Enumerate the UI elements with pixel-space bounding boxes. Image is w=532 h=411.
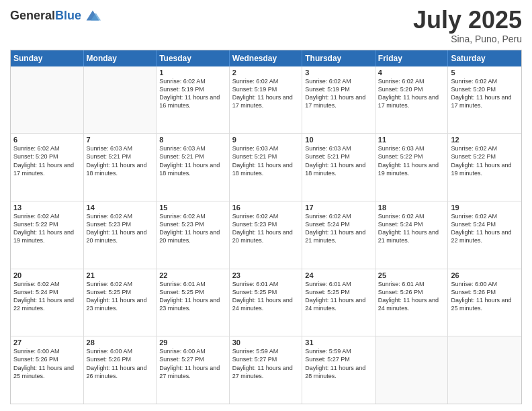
day-number: 18 xyxy=(378,203,445,212)
calendar-cell: 11Sunrise: 6:03 AM Sunset: 5:22 PM Dayli… xyxy=(375,134,449,201)
calendar-cell: 7Sunrise: 6:03 AM Sunset: 5:21 PM Daylig… xyxy=(84,134,157,201)
day-number: 7 xyxy=(87,136,154,144)
cell-info: Sunrise: 6:02 AM Sunset: 5:24 PM Dayligh… xyxy=(13,280,81,313)
calendar-cell: 6Sunrise: 6:02 AM Sunset: 5:20 PM Daylig… xyxy=(11,134,84,201)
calendar-cell: 22Sunrise: 6:01 AM Sunset: 5:25 PM Dayli… xyxy=(157,269,230,336)
day-number: 30 xyxy=(232,338,300,347)
day-number: 13 xyxy=(13,203,81,212)
calendar-week-row: 20Sunrise: 6:02 AM Sunset: 5:24 PM Dayli… xyxy=(11,269,521,336)
cell-info: Sunrise: 6:03 AM Sunset: 5:22 PM Dayligh… xyxy=(378,144,445,177)
calendar-header: SundayMondayTuesdayWednesdayThursdayFrid… xyxy=(11,50,521,66)
day-number: 16 xyxy=(232,203,300,212)
day-number: 21 xyxy=(87,271,154,279)
day-number: 8 xyxy=(159,136,226,144)
calendar-cell: 23Sunrise: 6:01 AM Sunset: 5:25 PM Dayli… xyxy=(230,269,303,336)
cal-header-day: Saturday xyxy=(448,50,521,66)
cell-info: Sunrise: 6:01 AM Sunset: 5:25 PM Dayligh… xyxy=(159,280,226,313)
day-number: 1 xyxy=(159,68,226,77)
calendar-cell: 13Sunrise: 6:02 AM Sunset: 5:22 PM Dayli… xyxy=(11,201,84,269)
calendar-cell: 21Sunrise: 6:02 AM Sunset: 5:25 PM Dayli… xyxy=(84,269,157,336)
header: GeneralBlue July 2025 Sina, Puno, Peru xyxy=(10,7,522,44)
day-number: 11 xyxy=(378,136,445,144)
calendar-cell: 4Sunrise: 6:02 AM Sunset: 5:20 PM Daylig… xyxy=(375,66,449,134)
calendar-body: 1Sunrise: 6:02 AM Sunset: 5:19 PM Daylig… xyxy=(11,66,521,404)
cell-info: Sunrise: 5:59 AM Sunset: 5:27 PM Dayligh… xyxy=(305,347,372,380)
calendar-cell xyxy=(11,66,84,134)
cal-header-day: Friday xyxy=(375,50,449,66)
logo-text: GeneralBlue xyxy=(10,9,81,23)
day-number: 12 xyxy=(451,136,519,144)
cell-info: Sunrise: 6:00 AM Sunset: 5:27 PM Dayligh… xyxy=(159,347,226,380)
calendar-cell: 28Sunrise: 6:00 AM Sunset: 5:26 PM Dayli… xyxy=(84,336,157,404)
cell-info: Sunrise: 6:03 AM Sunset: 5:21 PM Dayligh… xyxy=(232,144,300,177)
day-number: 9 xyxy=(232,136,300,144)
day-number: 15 xyxy=(159,203,226,212)
calendar-week-row: 13Sunrise: 6:02 AM Sunset: 5:22 PM Dayli… xyxy=(11,201,521,269)
day-number: 2 xyxy=(232,68,300,77)
cell-info: Sunrise: 5:59 AM Sunset: 5:27 PM Dayligh… xyxy=(232,347,300,380)
calendar-cell: 31Sunrise: 5:59 AM Sunset: 5:27 PM Dayli… xyxy=(302,336,375,404)
cal-header-day: Thursday xyxy=(302,50,375,66)
cell-info: Sunrise: 6:01 AM Sunset: 5:26 PM Dayligh… xyxy=(378,280,445,313)
calendar-week-row: 27Sunrise: 6:00 AM Sunset: 5:26 PM Dayli… xyxy=(11,336,521,404)
calendar-cell: 2Sunrise: 6:02 AM Sunset: 5:19 PM Daylig… xyxy=(230,66,303,134)
day-number: 3 xyxy=(305,68,372,77)
day-number: 6 xyxy=(13,136,81,144)
calendar-cell: 18Sunrise: 6:02 AM Sunset: 5:24 PM Dayli… xyxy=(375,201,449,269)
cell-info: Sunrise: 6:02 AM Sunset: 5:24 PM Dayligh… xyxy=(378,212,445,245)
calendar-cell: 9Sunrise: 6:03 AM Sunset: 5:21 PM Daylig… xyxy=(230,134,303,201)
calendar-cell: 25Sunrise: 6:01 AM Sunset: 5:26 PM Dayli… xyxy=(375,269,449,336)
day-number: 25 xyxy=(378,271,445,279)
cell-info: Sunrise: 6:02 AM Sunset: 5:20 PM Dayligh… xyxy=(13,144,81,177)
day-number: 14 xyxy=(87,203,154,212)
cell-info: Sunrise: 6:03 AM Sunset: 5:21 PM Dayligh… xyxy=(305,144,372,177)
cell-info: Sunrise: 6:02 AM Sunset: 5:23 PM Dayligh… xyxy=(87,212,154,245)
calendar-cell: 8Sunrise: 6:03 AM Sunset: 5:21 PM Daylig… xyxy=(157,134,230,201)
cell-info: Sunrise: 6:01 AM Sunset: 5:25 PM Dayligh… xyxy=(305,280,372,313)
calendar-cell: 12Sunrise: 6:02 AM Sunset: 5:22 PM Dayli… xyxy=(448,134,521,201)
calendar-cell xyxy=(375,336,449,404)
day-number: 5 xyxy=(451,68,519,77)
calendar-cell: 20Sunrise: 6:02 AM Sunset: 5:24 PM Dayli… xyxy=(11,269,84,336)
calendar: SundayMondayTuesdayWednesdayThursdayFrid… xyxy=(10,50,522,404)
cell-info: Sunrise: 6:02 AM Sunset: 5:19 PM Dayligh… xyxy=(159,77,226,110)
title-month: July 2025 xyxy=(413,7,522,34)
calendar-cell: 10Sunrise: 6:03 AM Sunset: 5:21 PM Dayli… xyxy=(302,134,375,201)
day-number: 4 xyxy=(378,68,445,77)
calendar-cell xyxy=(448,336,521,404)
day-number: 20 xyxy=(13,271,81,279)
calendar-cell: 16Sunrise: 6:02 AM Sunset: 5:23 PM Dayli… xyxy=(230,201,303,269)
cell-info: Sunrise: 6:02 AM Sunset: 5:24 PM Dayligh… xyxy=(451,212,519,245)
cell-info: Sunrise: 6:00 AM Sunset: 5:26 PM Dayligh… xyxy=(13,347,81,380)
title-location: Sina, Puno, Peru xyxy=(413,34,522,44)
calendar-cell: 1Sunrise: 6:02 AM Sunset: 5:19 PM Daylig… xyxy=(157,66,230,134)
day-number: 24 xyxy=(305,271,372,279)
calendar-week-row: 1Sunrise: 6:02 AM Sunset: 5:19 PM Daylig… xyxy=(11,66,521,134)
calendar-cell: 30Sunrise: 5:59 AM Sunset: 5:27 PM Dayli… xyxy=(230,336,303,404)
calendar-cell xyxy=(84,66,157,134)
calendar-cell: 5Sunrise: 6:02 AM Sunset: 5:20 PM Daylig… xyxy=(448,66,521,134)
day-number: 23 xyxy=(232,271,300,279)
cell-info: Sunrise: 6:02 AM Sunset: 5:23 PM Dayligh… xyxy=(232,212,300,245)
cell-info: Sunrise: 6:02 AM Sunset: 5:22 PM Dayligh… xyxy=(13,212,81,245)
cell-info: Sunrise: 6:03 AM Sunset: 5:21 PM Dayligh… xyxy=(87,144,154,177)
calendar-cell: 27Sunrise: 6:00 AM Sunset: 5:26 PM Dayli… xyxy=(11,336,84,404)
title-block: July 2025 Sina, Puno, Peru xyxy=(413,7,522,44)
day-number: 26 xyxy=(451,271,519,279)
day-number: 28 xyxy=(87,338,154,347)
cell-info: Sunrise: 6:02 AM Sunset: 5:22 PM Dayligh… xyxy=(451,144,519,177)
cell-info: Sunrise: 6:02 AM Sunset: 5:20 PM Dayligh… xyxy=(451,77,519,110)
calendar-week-row: 6Sunrise: 6:02 AM Sunset: 5:20 PM Daylig… xyxy=(11,133,521,201)
cell-info: Sunrise: 6:02 AM Sunset: 5:24 PM Dayligh… xyxy=(305,212,372,245)
calendar-cell: 15Sunrise: 6:02 AM Sunset: 5:23 PM Dayli… xyxy=(157,201,230,269)
day-number: 19 xyxy=(451,203,519,212)
cell-info: Sunrise: 6:00 AM Sunset: 5:26 PM Dayligh… xyxy=(87,347,154,380)
cell-info: Sunrise: 6:02 AM Sunset: 5:23 PM Dayligh… xyxy=(159,212,226,245)
cell-info: Sunrise: 6:02 AM Sunset: 5:19 PM Dayligh… xyxy=(232,77,300,110)
day-number: 10 xyxy=(305,136,372,144)
calendar-cell: 17Sunrise: 6:02 AM Sunset: 5:24 PM Dayli… xyxy=(302,201,375,269)
calendar-cell: 29Sunrise: 6:00 AM Sunset: 5:27 PM Dayli… xyxy=(157,336,230,404)
cal-header-day: Wednesday xyxy=(230,50,303,66)
cell-info: Sunrise: 6:00 AM Sunset: 5:26 PM Dayligh… xyxy=(451,280,519,313)
page: GeneralBlue July 2025 Sina, Puno, Peru S… xyxy=(0,0,532,411)
